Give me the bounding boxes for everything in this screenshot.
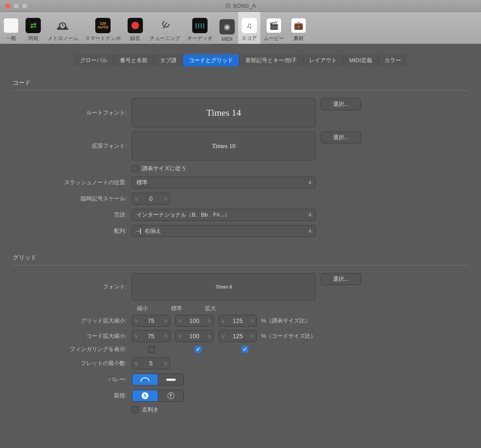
grid-font-preview: Times 8 (132, 273, 316, 300)
tab-clefs-signatures[interactable]: 音部記号とキー/拍子 (239, 54, 303, 66)
column-normal-header: 標準 (171, 305, 182, 312)
score-icon: ♫ (242, 18, 257, 33)
toolbar-general[interactable]: 一般 (0, 12, 22, 44)
audio-icon: ┃┃┃┃ (192, 18, 208, 33)
slash-position-select[interactable]: 標準▲▼ (132, 177, 316, 188)
record-icon (128, 18, 143, 33)
stepper-down-icon[interactable]: ⋁ (134, 197, 139, 201)
thumb-t-option[interactable]: T (158, 390, 183, 401)
toolbar-score[interactable]: ♫スコア (238, 12, 260, 44)
fingering-reduce-checkbox[interactable] (148, 346, 155, 353)
thumb-number-icon: 5 (142, 392, 148, 399)
column-enlarge-header: 拡大 (205, 305, 216, 312)
extension-font-label: 拡張フォント: (13, 142, 132, 150)
midi-icon: ◉ (219, 19, 235, 34)
window-controls (0, 3, 27, 9)
column-reduce-header: 縮小 (137, 305, 148, 312)
toolbar-movie[interactable]: 🎬ムービー (260, 12, 287, 44)
grid-font-label: フォント: (13, 283, 132, 291)
toolbar-audio[interactable]: ┃┃┃┃オーディオ (184, 12, 216, 44)
general-icon (3, 18, 19, 33)
tab-chords-grids[interactable]: コードとグリッド (183, 54, 239, 66)
grid-scale-normal-stepper[interactable]: ⋁100⋀ (175, 315, 213, 327)
chord-scale-reduce-stepper[interactable]: ⋁75⋀ (132, 330, 170, 342)
toolbar-sync[interactable]: ⇄同期 (22, 12, 44, 44)
chord-scale-enlarge-stepper[interactable]: ⋁125⋀ (219, 330, 257, 342)
thumb-label: 親指: (13, 392, 132, 399)
toolbar: 一般 ⇄同期 🕰メトロノーム 120AUTOスマートテンポ 録音 Ψチューニング… (0, 12, 481, 44)
grid-font-choose-button[interactable]: 選択... (321, 273, 361, 285)
tab-colors[interactable]: カラー (379, 54, 407, 66)
root-font-choose-button[interactable]: 選択... (321, 98, 361, 110)
minimize-window-button[interactable] (14, 3, 19, 9)
alignment-select[interactable]: ─┃右揃え▲▼ (132, 225, 316, 237)
thumb-segmented-control[interactable]: 5 T (132, 390, 184, 402)
movie-icon: 🎬 (266, 18, 282, 33)
fingering-enlarge-checkbox[interactable] (242, 346, 248, 353)
tab-global[interactable]: グローバル (74, 54, 114, 66)
tab-numbers-names[interactable]: 番号と名前 (114, 54, 154, 66)
root-font-label: ルートフォント: (13, 109, 132, 117)
fingering-label: フィンガリングを表示: (13, 345, 132, 353)
grid-scale-label: グリッド拡大縮小: (13, 317, 132, 325)
smart-tempo-icon: 120AUTO (95, 18, 111, 33)
min-frets-label: フレットの最小数: (13, 360, 132, 367)
window-title: SONG_A (225, 3, 256, 9)
root-font-preview: Times 14 (132, 98, 316, 127)
barre-bar-icon (166, 379, 176, 381)
barre-bar-option[interactable] (158, 374, 183, 385)
grid-scale-enlarge-stepper[interactable]: ⋁125⋀ (219, 315, 257, 327)
left-handed-checkbox[interactable] (132, 406, 139, 413)
barre-label: バレー: (13, 376, 132, 383)
alignment-label: 配列: (13, 227, 132, 235)
toolbar-record[interactable]: 録音 (124, 12, 146, 44)
zoom-window-button[interactable] (22, 3, 27, 9)
thumb-t-icon: T (168, 392, 174, 399)
toolbar-metronome[interactable]: 🕰メトロノーム (44, 12, 82, 44)
chord-scale-normal-stepper[interactable]: ⋁100⋀ (175, 330, 213, 342)
toolbar-smart-tempo[interactable]: 120AUTOスマートテンポ (82, 12, 124, 44)
barre-arc-option[interactable] (132, 374, 158, 385)
tab-bar: グローバル 番号と名前 タブ譜 コードとグリッド 音部記号とキー/拍子 レイアウ… (13, 54, 468, 66)
follow-staff-size-label: 譜表サイズに従う (142, 165, 186, 172)
slash-position-label: スラッシュノートの位置: (13, 179, 132, 186)
fingering-normal-checkbox[interactable] (195, 346, 202, 353)
close-window-button[interactable] (5, 3, 10, 9)
tuning-fork-icon: Ψ (154, 15, 175, 36)
barre-segmented-control[interactable] (132, 374, 184, 385)
titlebar: SONG_A (0, 0, 481, 12)
extension-font-preview: Times 10 (132, 131, 316, 160)
tab-tablature[interactable]: タブ譜 (154, 54, 183, 66)
tab-layout[interactable]: レイアウト (303, 54, 343, 66)
document-icon (225, 3, 230, 9)
accidental-scale-label: 臨時記号スケール: (13, 195, 132, 203)
sync-icon: ⇄ (26, 18, 41, 33)
chord-scale-label: コード拡大縮小: (13, 332, 132, 340)
stepper-up-icon[interactable]: ⋀ (163, 197, 168, 201)
chord-scale-suffix: %（コードサイズ比） (261, 332, 316, 340)
metronome-icon: 🕰 (55, 18, 71, 33)
accidental-scale-stepper[interactable]: ⋁0⋀ (132, 193, 170, 205)
extension-font-choose-button[interactable]: 選択... (321, 131, 361, 143)
grid-section-heading: グリッド (13, 241, 468, 265)
barre-arc-icon (140, 377, 150, 382)
window-title-text: SONG_A (233, 3, 256, 9)
toolbar-tuning[interactable]: Ψチューニング (146, 12, 184, 44)
toolbar-media[interactable]: 💼素材 (287, 12, 310, 44)
follow-staff-size-checkbox[interactable] (132, 165, 139, 172)
media-icon: 💼 (291, 18, 306, 33)
toolbar-midi[interactable]: ◉MIDI (216, 12, 238, 44)
thumb-number-option[interactable]: 5 (132, 390, 158, 401)
left-handed-label: 左利き (142, 406, 159, 414)
align-right-icon: ─┃ (137, 228, 141, 234)
grid-scale-reduce-stepper[interactable]: ⋁75⋀ (132, 315, 170, 327)
tab-midi-meaning[interactable]: MIDI定義 (343, 54, 378, 66)
language-select[interactable]: インターナショナル（B、Bb、F#...）▲▼ (132, 209, 316, 221)
chord-section-heading: コード (13, 66, 468, 91)
grid-scale-suffix: %（譜表サイズ比） (261, 317, 310, 325)
language-label: 言語: (13, 211, 132, 219)
min-frets-stepper[interactable]: ⋁5⋀ (132, 357, 170, 369)
